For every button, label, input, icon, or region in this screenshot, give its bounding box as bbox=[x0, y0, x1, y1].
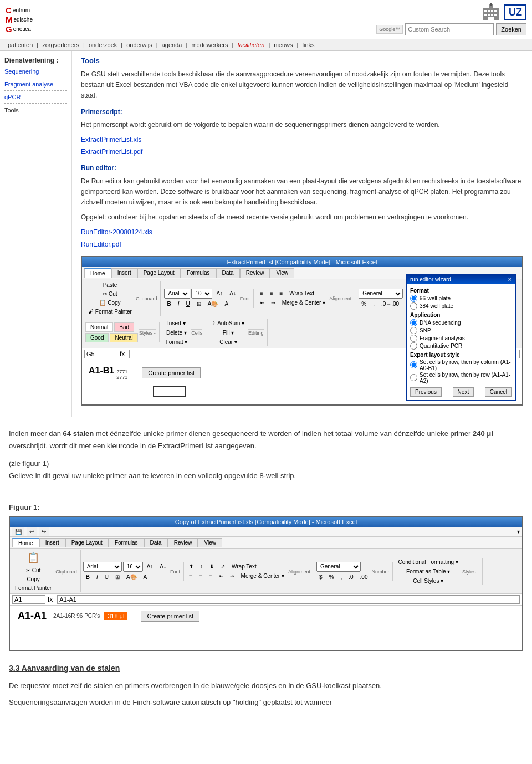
excel2-save-btn[interactable]: 💾 bbox=[12, 527, 24, 536]
excel2-currency-btn[interactable]: $ bbox=[316, 573, 325, 581]
fill-btn[interactable]: Fill ▾ bbox=[209, 329, 247, 337]
align-right-btn[interactable]: ≡ bbox=[277, 289, 286, 298]
excel2-dec-dec-btn[interactable]: .00 bbox=[357, 573, 371, 581]
excel2-font-grow-btn[interactable]: A↑ bbox=[144, 562, 156, 571]
excel2-tab-review[interactable]: Review bbox=[168, 538, 198, 547]
comma-btn[interactable]: , bbox=[370, 300, 377, 308]
format-painter-button[interactable]: 🖌 Format Painter bbox=[85, 307, 135, 316]
excel1-tab-home[interactable]: Home bbox=[84, 268, 111, 278]
number-format-select[interactable]: General bbox=[359, 289, 403, 299]
wizard-export-row-radio[interactable] bbox=[410, 361, 417, 368]
excel1-tab-review[interactable]: Review bbox=[240, 268, 270, 278]
wizard-app-snp-radio[interactable] bbox=[410, 327, 417, 334]
excel1-tab-formulas[interactable]: Formulas bbox=[181, 268, 216, 278]
nav-onderzoek[interactable]: onderzoek bbox=[89, 42, 117, 48]
delete-btn[interactable]: Delete ▾ bbox=[163, 329, 190, 337]
excel2-align-right-btn[interactable]: ≡ bbox=[206, 572, 215, 580]
wrap-text-btn[interactable]: Wrap Text bbox=[287, 289, 317, 298]
excel1-tab-insert[interactable]: Insert bbox=[111, 268, 137, 278]
excel2-cell-styles-btn[interactable]: Cell Styles ▾ bbox=[395, 577, 461, 585]
align-left-btn[interactable]: ≡ bbox=[257, 289, 266, 298]
excel2-tab-data[interactable]: Data bbox=[144, 538, 168, 547]
excel2-font-shrink-btn[interactable]: A↓ bbox=[157, 562, 169, 571]
excel2-font-size-select[interactable]: 16 bbox=[123, 562, 143, 572]
clear-btn[interactable]: Clear ▾ bbox=[209, 338, 247, 346]
merge-center-btn[interactable]: Merge & Center ▾ bbox=[279, 299, 328, 307]
search-input[interactable] bbox=[405, 23, 494, 35]
nav-onderwijs[interactable]: onderwijs bbox=[126, 42, 152, 48]
excel2-font-select[interactable]: Arial bbox=[83, 562, 122, 572]
excel2-create-primer-btn[interactable]: Create primer list bbox=[141, 611, 200, 622]
style-normal[interactable]: Normal bbox=[85, 322, 113, 332]
excel2-align-left-btn[interactable]: ≡ bbox=[186, 572, 195, 580]
nav-medewerkers[interactable]: medewerkers bbox=[191, 42, 228, 48]
excel2-indent-left-btn[interactable]: ⇤ bbox=[216, 572, 226, 580]
excel2-inc-dec-btn[interactable]: .0 bbox=[346, 573, 356, 581]
excel2-tab-view[interactable]: View bbox=[198, 538, 222, 547]
excel2-orient-btn[interactable]: ↗ bbox=[218, 562, 228, 571]
nav-nieuws[interactable]: nieuws bbox=[274, 42, 293, 48]
zoeken-button[interactable]: Zoeken bbox=[496, 23, 526, 35]
excel2-tab-home[interactable]: Home bbox=[12, 538, 39, 547]
font-color-btn[interactable]: A bbox=[222, 300, 231, 308]
wizard-app-qpcr-radio[interactable] bbox=[410, 342, 417, 350]
align-center-btn[interactable]: ≡ bbox=[267, 289, 276, 298]
excel2-format-as-table-btn[interactable]: Format as Table ▾ bbox=[395, 567, 461, 576]
sidebar-item-fragment[interactable]: Fragment analyse bbox=[4, 80, 67, 88]
percent-btn[interactable]: % bbox=[359, 300, 369, 308]
excel1-tab-data[interactable]: Data bbox=[216, 268, 240, 278]
excel2-border-btn[interactable]: ⊞ bbox=[112, 573, 122, 581]
wizard-format-384-radio[interactable] bbox=[410, 302, 417, 310]
excel2-align-bottom-btn[interactable]: ⬇ bbox=[207, 562, 217, 571]
excel2-number-format-select[interactable]: General bbox=[316, 562, 361, 572]
nav-facilitieten[interactable]: facilitieten bbox=[237, 42, 264, 48]
excel2-conditional-formatting-btn[interactable]: Conditional Formatting ▾ bbox=[395, 558, 461, 566]
nav-agenda[interactable]: agenda bbox=[162, 42, 182, 48]
fill-color-btn[interactable]: A🎨 bbox=[205, 300, 221, 308]
wizard-app-dna-radio[interactable] bbox=[410, 319, 417, 326]
font-select[interactable]: Arial bbox=[164, 289, 190, 299]
cut-button[interactable]: ✂ Cut bbox=[85, 290, 135, 298]
excel2-fill-color-btn[interactable]: A🎨 bbox=[124, 573, 140, 581]
excel1-cell-ref[interactable] bbox=[84, 350, 117, 358]
underline-btn[interactable]: U bbox=[183, 300, 192, 308]
indent-right-btn[interactable]: ⇥ bbox=[268, 299, 278, 307]
excel2-tab-formulas[interactable]: Formulas bbox=[109, 538, 144, 547]
file-extractprimerlist-pdf[interactable]: ExtractPrimerList.pdf bbox=[81, 147, 523, 157]
excel2-tab-pagelayout[interactable]: Page Layout bbox=[65, 538, 109, 547]
font-size-select[interactable]: 10 bbox=[191, 289, 212, 299]
excel2-cut-btn[interactable]: ✂ Cut bbox=[12, 566, 54, 575]
excel2-format-painter-btn[interactable]: Format Painter bbox=[12, 584, 54, 592]
file-runeditor-pdf[interactable]: RunEditor.pdf bbox=[81, 239, 523, 250]
file-runeditor-xls[interactable]: RunEditor-20080124.xls bbox=[81, 227, 523, 238]
wizard-cancel-btn[interactable]: Cancel bbox=[485, 387, 512, 397]
excel2-underline-btn[interactable]: U bbox=[102, 573, 111, 581]
excel2-undo-btn[interactable]: ↩ bbox=[27, 527, 37, 536]
excel2-tab-insert[interactable]: Insert bbox=[39, 538, 65, 547]
excel2-copy-btn[interactable]: Copy bbox=[12, 575, 54, 583]
excel2-font-color-btn[interactable]: A bbox=[141, 573, 150, 581]
excel1-create-primer-btn[interactable]: Create primer list bbox=[142, 367, 201, 378]
excel2-align-top-btn[interactable]: ⬆ bbox=[186, 562, 196, 571]
excel2-bold-btn[interactable]: B bbox=[83, 573, 93, 581]
wizard-app-fragment-radio[interactable] bbox=[410, 335, 417, 342]
sidebar-item-sequenering[interactable]: Sequenering bbox=[4, 68, 67, 75]
excel2-indent-right-btn[interactable]: ⇥ bbox=[227, 572, 237, 580]
font-shrink-btn[interactable]: A↓ bbox=[227, 289, 239, 298]
italic-btn[interactable]: I bbox=[175, 300, 182, 308]
copy-button[interactable]: 📋 Copy bbox=[85, 299, 135, 307]
excel2-merge-center-btn[interactable]: Merge & Center ▾ bbox=[238, 572, 287, 580]
excel2-wrap-text-btn[interactable]: Wrap Text bbox=[229, 562, 259, 571]
font-grow-btn[interactable]: A↑ bbox=[213, 289, 226, 298]
style-neutral[interactable]: Neutral bbox=[110, 333, 137, 342]
excel2-paste-btn[interactable]: 📋 bbox=[12, 550, 54, 566]
file-extractprimerlist-xls[interactable]: ExtractPrimerList.xls bbox=[81, 135, 523, 145]
excel1-tab-view[interactable]: View bbox=[270, 268, 294, 278]
nav-patienten[interactable]: patiënten bbox=[8, 42, 33, 48]
wizard-export-col-radio[interactable] bbox=[410, 374, 417, 381]
style-good[interactable]: Good bbox=[85, 333, 109, 342]
excel2-cell-ref[interactable] bbox=[12, 595, 45, 604]
excel2-redo-btn[interactable]: ↪ bbox=[39, 527, 49, 536]
excel2-align-middle-btn[interactable]: ↕ bbox=[197, 562, 206, 571]
excel2-formula-bar[interactable] bbox=[57, 595, 520, 604]
